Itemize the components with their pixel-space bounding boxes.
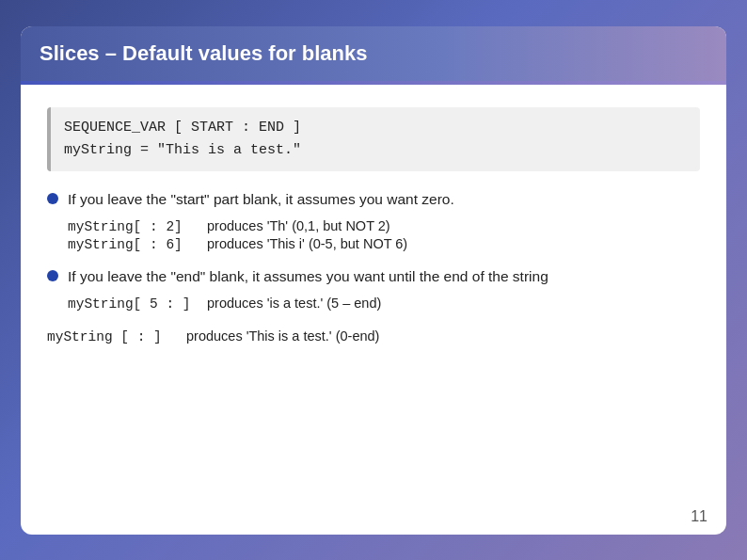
code-line-2: myString = "This is a test." <box>64 139 687 162</box>
page-number: 11 <box>691 508 707 525</box>
code-example-row-2: myString[ : 6] produces 'This i' (0-5, b… <box>68 236 700 252</box>
extra-example-row: myString [ : ] produces 'This is a test.… <box>47 328 700 344</box>
code-example-row-3: myString[ 5 : ] produces 'is a test.' (5… <box>68 296 700 312</box>
bullet-dot-1 <box>47 193 58 204</box>
slide-body: SEQUENCE_VAR [ START : END ] myString = … <box>21 90 726 535</box>
bullet-section-2: If you leave the "end" blank, it assumes… <box>47 265 700 312</box>
header-divider <box>21 81 726 85</box>
slide-title: Slices – Default values for blanks <box>40 41 367 66</box>
code-desc-1: produces 'Th' (0,1, but NOT 2) <box>207 218 390 233</box>
bullet-section-1: If you leave the "start" part blank, it … <box>47 188 700 252</box>
bullet-row-1: If you leave the "start" part blank, it … <box>47 188 700 211</box>
code-inline-2: myString[ : 6] <box>68 237 199 252</box>
slide-header: Slices – Default values for blanks <box>21 26 726 81</box>
extra-code-desc: produces 'This is a test.' (0-end) <box>186 328 379 344</box>
code-block: SEQUENCE_VAR [ START : END ] myString = … <box>47 107 700 171</box>
code-inline-3: myString[ 5 : ] <box>68 296 199 312</box>
slide: Slices – Default values for blanks SEQUE… <box>21 26 726 535</box>
code-inline-1: myString[ : 2] <box>68 219 199 234</box>
code-examples-2: myString[ 5 : ] produces 'is a test.' (5… <box>68 296 700 312</box>
code-examples-1: myString[ : 2] produces 'Th' (0,1, but N… <box>68 218 700 252</box>
bullet-row-2: If you leave the "end" blank, it assumes… <box>47 265 700 288</box>
code-line-1: SEQUENCE_VAR [ START : END ] <box>64 117 687 139</box>
bullet-text-1: If you leave the "start" part blank, it … <box>68 188 454 211</box>
bullet-text-2: If you leave the "end" blank, it assumes… <box>68 265 548 288</box>
code-desc-2: produces 'This i' (0-5, but NOT 6) <box>207 236 407 251</box>
bullet-dot-2 <box>47 270 58 281</box>
extra-code-inline: myString [ : ] <box>47 329 179 344</box>
extra-example-section: myString [ : ] produces 'This is a test.… <box>47 328 700 344</box>
code-desc-3: produces 'is a test.' (5 – end) <box>207 296 381 311</box>
code-example-row-1: myString[ : 2] produces 'Th' (0,1, but N… <box>68 218 700 234</box>
